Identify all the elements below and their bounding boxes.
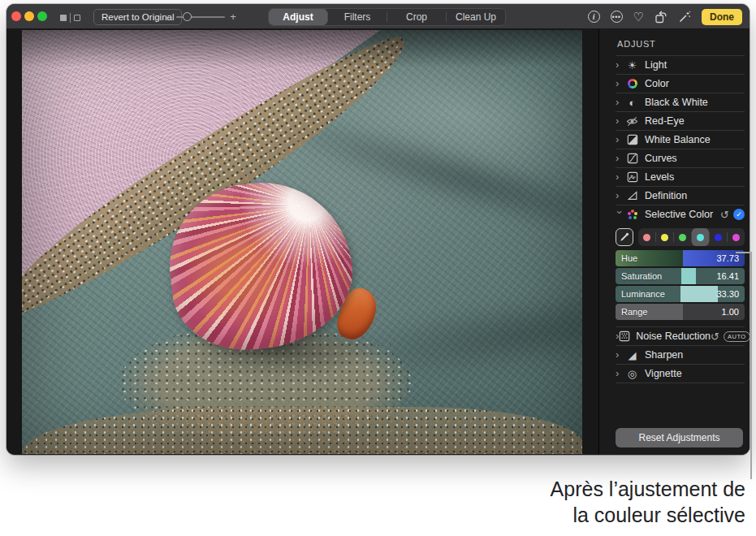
slider-label: Luminance [621,289,665,299]
slider-value: 1.00 [722,307,739,317]
swatch-yellow[interactable] [656,228,673,246]
swatch-green[interactable] [674,228,691,246]
definition-icon [625,190,639,201]
luminance-slider[interactable]: Luminance 33.30 [616,286,745,302]
sidebar-item-levels[interactable]: › Levels [616,168,745,186]
photo-sand-bottom [22,407,582,454]
toolbar: Revert to Original – + Adjust Filters Cr… [6,4,750,29]
rotate-icon[interactable] [654,11,667,24]
zoom-slider-thumb[interactable] [183,12,192,21]
selective-color-enabled-toggle[interactable]: ✓ [733,209,745,220]
noise-reduction-icon [619,331,630,342]
zoom-slider-track[interactable] [176,16,225,18]
sidebar-item-light[interactable]: › ☀ Light [616,56,745,74]
selective-color-icon [625,213,639,216]
swatch-blue[interactable] [710,228,727,246]
levels-icon [625,171,639,183]
chevron-right-icon[interactable]: › [616,369,625,378]
saturation-slider[interactable]: Saturation 16.41 [616,268,745,284]
chevron-right-icon[interactable]: › [616,116,625,126]
chevron-right-icon[interactable]: › [616,79,625,89]
eyedropper-button[interactable] [616,228,633,246]
undo-adjustment-icon[interactable]: ↺ [711,331,719,343]
sidebar-item-label: Red-Eye [645,115,685,127]
slider-label: Saturation [621,271,662,281]
chevron-right-icon[interactable]: › [616,60,625,70]
sidebar-item-selective-color[interactable]: › Selective Color ↺ ✓ [616,205,745,223]
chevron-down-icon[interactable]: › [615,210,624,220]
sidebar-item-label: Vignette [645,368,682,379]
white-balance-icon [625,134,639,145]
range-slider[interactable]: Range 1.00 [616,304,745,320]
chevron-right-icon[interactable]: › [616,172,625,182]
sidebar-item-label: Selective Color [645,209,713,220]
red-eye-icon [625,115,639,128]
editor-content: ADJUST › ☀ Light › Color › ◐ Black [6,29,750,455]
sidebar-item-label: White Balance [645,134,711,145]
info-icon[interactable]: i [588,11,600,23]
zoom-in-icon[interactable]: + [230,11,236,23]
tab-adjust[interactable]: Adjust [269,9,327,25]
sidebar-item-red-eye[interactable]: › Red-Eye [616,112,745,130]
chevron-right-icon[interactable]: › [616,135,625,145]
hue-slider[interactable]: Hue 37.73 [616,250,745,266]
more-options-icon[interactable]: ••• [611,11,623,23]
tab-crop[interactable]: Crop [387,9,446,25]
zoom-slider[interactable]: – + [166,4,236,29]
sidebar-item-vignette[interactable]: › ◎ Vignette [616,365,745,383]
zoom-actual-icon [74,15,80,21]
toolbar-right-actions: i ••• ♡ Done [588,4,742,29]
auto-enhance-wand-icon[interactable] [678,11,691,24]
chevron-right-icon[interactable]: › [616,97,625,107]
zoom-fit-toggle[interactable] [60,13,80,23]
sidebar-item-label: Color [645,78,669,89]
slider-label: Range [621,307,647,317]
slider-label: Hue [621,253,637,263]
sidebar-item-black-and-white[interactable]: › ◐ Black & White [616,93,745,111]
sidebar-item-label: Sharpen [645,349,683,361]
vignette-icon: ◎ [625,369,639,379]
adjust-sidebar: ADJUST › ☀ Light › Color › ◐ Black [598,29,750,455]
color-wheel-icon [625,79,639,89]
chevron-right-icon[interactable]: › [616,350,625,360]
close-window-button[interactable] [11,11,21,21]
sharpen-icon: ◢ [625,350,639,361]
slider-value: 16.41 [716,271,739,281]
divider [616,383,745,383]
caption: Après l’ajustement de la couleur sélecti… [551,476,745,528]
slider-value: 37.73 [716,253,739,263]
light-icon: ☀ [625,60,639,71]
minimize-window-button[interactable] [24,11,34,21]
zoom-window-button[interactable] [37,11,47,21]
chevron-right-icon[interactable]: › [616,191,625,201]
favorite-heart-icon[interactable]: ♡ [633,11,644,23]
undo-adjustment-icon[interactable]: ↺ [720,209,729,221]
done-button[interactable]: Done [702,9,742,25]
swatch-red[interactable] [638,228,655,246]
swatch-cyan-selected[interactable] [692,228,709,246]
selective-color-panel: Hue 37.73 Saturation 16.41 Luminance 33.… [616,223,745,326]
screenshot: Revert to Original – + Adjust Filters Cr… [0,0,756,536]
sidebar-item-white-balance[interactable]: › White Balance [616,131,745,149]
tab-clean-up[interactable]: Clean Up [447,9,505,25]
sidebar-item-noise-reduction[interactable]: › Noise Reduction ↺ AUTO [616,327,745,345]
sidebar-header: ADJUST [617,39,745,49]
zoom-out-icon[interactable]: – [166,11,171,23]
sidebar-item-color[interactable]: › Color [616,75,745,93]
callout-line [750,252,752,479]
photo-canvas [22,30,582,454]
sidebar-item-curves[interactable]: › Curves [616,149,745,167]
chevron-right-icon[interactable]: › [616,153,625,163]
swatch-magenta[interactable] [728,228,745,246]
tab-filters[interactable]: Filters [328,9,387,25]
sidebar-item-label: Levels [645,171,674,183]
sidebar-item-label: Light [645,59,667,71]
caption-line: Après l’ajustement de [551,476,745,502]
photos-app-window: Revert to Original – + Adjust Filters Cr… [6,4,750,455]
auto-badge: AUTO [724,331,750,342]
reset-adjustments-button[interactable]: Reset Adjustments [616,428,743,447]
sidebar-item-label: Definition [645,190,687,201]
curves-icon [625,153,639,164]
sidebar-item-definition[interactable]: › Definition [616,187,745,205]
sidebar-item-sharpen[interactable]: › ◢ Sharpen [616,346,745,364]
